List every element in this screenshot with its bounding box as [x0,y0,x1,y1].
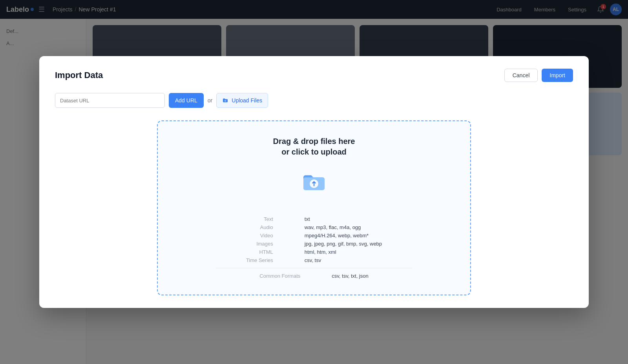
or-text: or [208,97,212,104]
url-input-row: Add URL or Upload Files [55,93,573,108]
file-type-label: HTML [216,249,273,255]
modal-title: Import Data [55,70,103,80]
file-drop-zone[interactable]: Drag & drop files here or click to uploa… [157,120,471,295]
file-type-value: txt [305,216,412,222]
folder-icon-svg [300,167,328,196]
dropzone-line2: or click to upload [281,147,347,157]
file-type-label: Images [216,241,273,247]
file-type-label: Text [216,216,273,222]
modal-header: Import Data Cancel Import [55,69,573,82]
import-data-modal: Import Data Cancel Import Add URL or Upl… [39,56,589,308]
file-type-label: Video [216,233,273,238]
upload-files-button[interactable]: Upload Files [216,93,268,108]
cancel-button[interactable]: Cancel [504,69,538,82]
import-button[interactable]: Import [542,69,573,82]
file-type-value: html, htm, xml [305,249,412,255]
file-type-value: mpeg4/H.264, webp, webm* [305,233,412,238]
upload-folder-small-icon [222,97,228,104]
modal-header-actions: Cancel Import [504,69,573,82]
file-type-label: Time Series [216,257,273,263]
folder-upload-icon [300,167,328,197]
file-types-divider [216,268,412,268]
common-formats-value: csv, tsv, txt, json [332,273,412,279]
file-types-container: TexttxtAudiowav, mp3, flac, m4a, oggVide… [216,216,412,263]
upload-files-label: Upload Files [232,97,262,104]
add-url-button[interactable]: Add URL [169,93,204,108]
file-type-value: jpg, jpeg, png, gif, bmp, svg, webp [305,241,412,247]
dropzone-line1: Drag & drop files here [273,137,355,146]
modal-overlay: Import Data Cancel Import Add URL or Upl… [0,0,628,364]
common-formats-row: Common Formats csv, tsv, txt, json [216,273,412,279]
file-type-label: Audio [216,224,273,230]
file-type-value: wav, mp3, flac, m4a, ogg [305,224,412,230]
file-type-value: csv, tsv [305,257,412,263]
common-formats-label: Common Formats [216,273,300,279]
dataset-url-input[interactable] [55,93,165,108]
